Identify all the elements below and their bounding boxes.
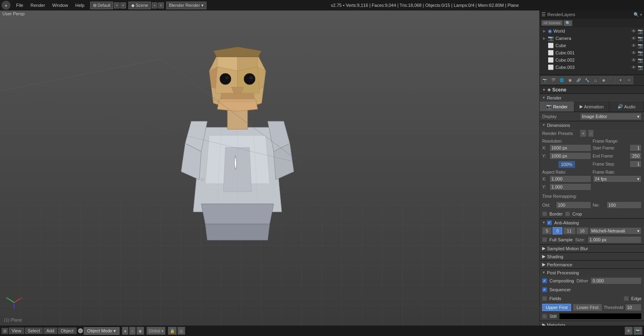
camera-cam-icon[interactable]: 📷 <box>638 36 643 41</box>
aa-btn-11[interactable]: 11 <box>563 227 575 234</box>
dimensions-section[interactable]: ▼ Dimensions <box>540 121 644 129</box>
crop-checkbox[interactable] <box>565 212 570 216</box>
dither-input[interactable]: 0.000 <box>590 277 642 284</box>
compositing-checkbox[interactable]: ✓ <box>542 278 547 283</box>
outliner-item-cube[interactable]: ⬜ Cube 👁 📷 <box>540 42 644 49</box>
cube002-cam-icon[interactable]: 📷 <box>638 58 643 63</box>
res-y-input[interactable]: 1000 px <box>549 152 591 160</box>
start-frame-input[interactable]: 1 <box>630 144 642 151</box>
size-input[interactable]: 1.000 px <box>588 236 642 243</box>
snap-btn[interactable]: 🔒 <box>168 327 177 335</box>
view-btn[interactable]: View <box>9 328 24 334</box>
border-checkbox[interactable] <box>542 212 547 216</box>
tab-render[interactable]: 📷 Render <box>540 102 574 112</box>
layout-remove-btn[interactable]: × <box>120 2 126 8</box>
outliner-search-btn[interactable]: 🔍 <box>564 20 572 26</box>
viewport-3d[interactable]: User Persp <box>0 10 539 326</box>
fields-checkbox[interactable] <box>542 296 547 301</box>
outliner-item-world[interactable]: ▶ ◉ World 👁 📷 <box>540 27 644 35</box>
outliner-item-camera[interactable]: ▶ 📷 Camera 👁 📷 <box>540 35 644 42</box>
view-mode-btn[interactable]: ⊞ <box>2 328 8 334</box>
outliner-search-icon[interactable]: 🔍 <box>634 12 639 17</box>
outliner-item-cube002[interactable]: ⬜ Cube.002 👁 📷 <box>540 56 644 64</box>
viewport-shading-solid[interactable]: ● <box>122 327 128 335</box>
menu-window[interactable]: Window <box>49 2 71 8</box>
sequencer-checkbox[interactable]: ✓ <box>542 287 547 292</box>
frame-step-input[interactable]: 1 <box>630 160 642 168</box>
prop-btn-scene[interactable]: 🎬 <box>549 76 557 84</box>
scene-add-btn[interactable]: + <box>152 2 157 8</box>
world-camera-icon[interactable]: 📷 <box>638 29 643 34</box>
aa-btn-8[interactable]: 8 <box>553 227 562 234</box>
new-input[interactable]: 100 <box>607 201 642 209</box>
anti-alias-section[interactable]: ▼ ✓ Anti-Aliasing <box>540 218 644 226</box>
tab-animation[interactable]: ▶ Animation <box>574 102 609 112</box>
aa-btn-16[interactable]: 16 <box>576 227 588 234</box>
aspect-y-input[interactable]: 1.000 <box>549 183 591 191</box>
menu-help[interactable]: Help <box>72 2 88 8</box>
menu-file[interactable]: File <box>13 2 27 8</box>
post-proc-section[interactable]: ▼ Post Processing <box>540 268 644 276</box>
presets-add-btn[interactable]: + <box>580 130 586 137</box>
threshold-input[interactable]: 10 <box>625 304 642 311</box>
cube003-eye-icon[interactable]: 👁 <box>632 65 636 70</box>
lower-first-btn[interactable]: Lower First <box>573 304 602 311</box>
cube-eye-icon[interactable]: 👁 <box>632 43 636 48</box>
scene-remove-btn[interactable]: × <box>158 2 164 8</box>
cube001-cam-icon[interactable]: 📷 <box>638 50 643 56</box>
upper-first-btn[interactable]: Upper First <box>542 304 571 311</box>
outliner-item-cube001[interactable]: ⬜ Cube.001 👁 📷 <box>540 49 644 56</box>
select-btn[interactable]: Select <box>25 328 43 334</box>
render-btn[interactable]: 📷 <box>634 327 642 335</box>
aa-enabled-checkbox[interactable]: ✓ <box>547 220 552 225</box>
prop-btn-physics[interactable]: ⚛ <box>625 76 633 84</box>
prop-btn-constraints[interactable]: 🔗 <box>574 76 582 84</box>
still-checkbox[interactable] <box>542 314 547 319</box>
cube001-eye-icon[interactable]: 👁 <box>632 50 636 55</box>
prop-btn-object[interactable]: ▣ <box>566 76 574 84</box>
metadata-section[interactable]: ▶ Metadata <box>540 321 644 326</box>
outliner-add-icon[interactable]: + <box>640 12 642 17</box>
prop-btn-modifiers[interactable]: 🔧 <box>583 76 591 84</box>
edge-checkbox[interactable] <box>624 296 629 301</box>
display-dropdown[interactable]: Image Editor ▾ <box>580 113 642 120</box>
viewport-shading-wire[interactable]: ○ <box>129 327 136 335</box>
scene-section-header[interactable]: ▼ ◆ Scene <box>540 85 644 93</box>
shading-section[interactable]: ▶ Shading <box>540 252 644 260</box>
world-eye-icon[interactable]: 👁 <box>632 29 636 33</box>
cube003-cam-icon[interactable]: 📷 <box>638 65 643 70</box>
outliner-item-cube003[interactable]: ⬜ Cube.003 👁 📷 <box>540 64 644 71</box>
prop-btn-world[interactable]: 🌐 <box>557 76 566 84</box>
prop-btn-render[interactable]: 📷 <box>541 76 549 84</box>
prop-btn-material[interactable]: ◉ <box>600 76 608 84</box>
object-mode-btn[interactable]: Object Mode ▾ <box>84 327 120 335</box>
aa-btn-5[interactable]: 5 <box>542 227 552 234</box>
menu-render[interactable]: Render <box>27 2 48 8</box>
camera-eye-icon[interactable]: 👁 <box>632 36 636 41</box>
blender-logo[interactable]: ● <box>2 1 10 10</box>
add-btn[interactable]: Add <box>43 328 57 334</box>
performance-section[interactable]: ▶ Performance <box>540 260 644 268</box>
cube002-eye-icon[interactable]: 👁 <box>632 58 636 62</box>
proportional-btn[interactable]: ◎ <box>178 327 185 335</box>
tab-audio[interactable]: 🔊 Audio <box>609 102 644 112</box>
presets-remove-btn[interactable]: - <box>588 130 594 137</box>
sampled-mb-section[interactable]: ▶ Sampled Motion Blur <box>540 244 644 252</box>
prop-btn-texture[interactable]: ⬛ <box>608 76 616 84</box>
aspect-x-input[interactable]: 1.000 <box>549 175 591 183</box>
transform-orientation-btn[interactable]: Global ▾ <box>147 327 165 335</box>
layout-add-btn[interactable]: + <box>114 2 120 8</box>
render-section-title[interactable]: ▼ Render <box>540 93 644 102</box>
edge-color-swatch[interactable] <box>559 313 642 319</box>
prop-btn-particles[interactable]: ✦ <box>617 76 625 84</box>
object-btn[interactable]: Object <box>58 328 76 334</box>
old-input[interactable]: 100 <box>556 201 591 209</box>
engine-selector[interactable]: Blender Render ▾ <box>166 2 206 9</box>
aa-filter-dropdown[interactable]: Mitchell-Netravali ▾ <box>589 227 642 234</box>
cube-cam-icon[interactable]: 📷 <box>638 43 643 48</box>
layer-visible-btn[interactable]: 👁 <box>625 327 633 335</box>
full-sample-checkbox[interactable] <box>542 237 547 242</box>
prop-btn-data[interactable]: △ <box>591 76 599 84</box>
res-pct-input[interactable]: 100% <box>558 161 575 168</box>
viewport-shading-rendered[interactable]: ◉ <box>136 327 144 335</box>
